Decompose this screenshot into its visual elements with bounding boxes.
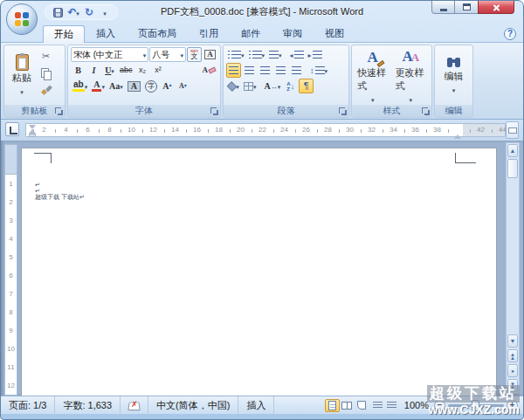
document-line: ↵ <box>35 182 85 188</box>
cut-button[interactable] <box>38 49 53 64</box>
underline-button[interactable]: U <box>102 63 117 78</box>
borders-button[interactable] <box>242 79 259 93</box>
indent-markers[interactable] <box>29 125 36 137</box>
ruler-number: 6 <box>77 124 99 136</box>
editing-group: 编辑 编辑 <box>434 45 473 118</box>
document-area: 123456789101112 ↵↵超级下载 下载站↵ <box>1 141 523 396</box>
dialog-launcher-icon[interactable] <box>338 107 347 115</box>
bold-button[interactable]: B <box>71 63 86 78</box>
close-button[interactable] <box>478 1 514 14</box>
pilcrow-icon <box>304 81 309 91</box>
arrow-down-icon <box>510 338 516 344</box>
sort-button[interactable]: AZ <box>283 79 298 93</box>
change-case-button[interactable]: Aa <box>107 79 125 93</box>
ruler-number: 22 <box>252 124 273 136</box>
line-spacing-button[interactable] <box>308 63 329 78</box>
shrink-font-button[interactable]: A <box>176 79 190 93</box>
asian-layout-button[interactable]: A <box>263 79 283 93</box>
align-left-button[interactable] <box>226 63 241 78</box>
page-indicator[interactable]: 页面: 1/3 <box>1 396 55 414</box>
ribbon-tab[interactable]: 视图 <box>314 24 355 42</box>
scroll-down-button[interactable] <box>507 334 518 348</box>
format-painter-button[interactable] <box>38 82 53 97</box>
align-right-button[interactable] <box>258 63 272 78</box>
text-boundary-mark-topleft <box>34 153 52 163</box>
increase-indent-button[interactable] <box>307 47 324 62</box>
document-text[interactable]: ↵↵超级下载 下载站↵ <box>35 182 85 200</box>
horizontal-ruler[interactable]: 2468101214161820222426283032343638 4244 <box>25 123 506 137</box>
subscript-button[interactable]: x₂ <box>135 63 150 78</box>
grow-font-button[interactable]: A <box>160 79 175 93</box>
quick-styles-button[interactable]: A 快速样式 <box>355 47 391 106</box>
ribbon-tab[interactable]: 页面布局 <box>127 24 188 42</box>
bullets-button[interactable] <box>226 47 246 62</box>
ribbon-tab[interactable]: 邮件 <box>230 24 272 42</box>
ruler-number: 9 <box>5 321 17 340</box>
select-browse-object-button[interactable] <box>507 364 518 377</box>
clear-formatting-button[interactable]: A <box>201 63 218 78</box>
show-hide-marks-button[interactable] <box>299 79 314 93</box>
web-layout-view-button[interactable] <box>355 399 369 412</box>
document-page[interactable]: ↵↵超级下载 下载站↵ <box>21 148 497 396</box>
decrease-indent-button[interactable] <box>288 47 306 62</box>
copy-button[interactable] <box>38 65 53 80</box>
vertical-scrollbar[interactable] <box>506 142 520 394</box>
dialog-launcher-icon[interactable] <box>210 107 218 115</box>
insert-mode-indicator[interactable]: 插入 <box>238 396 274 414</box>
ribbon-tab[interactable]: 引用 <box>188 24 230 42</box>
shading-button[interactable] <box>226 79 241 93</box>
vertical-ruler[interactable]: 123456789101112 <box>4 144 17 396</box>
enclose-characters-button[interactable]: 字 <box>143 79 159 93</box>
right-indent-icon <box>454 120 461 139</box>
dialog-launcher-icon[interactable] <box>54 107 63 115</box>
quick-styles-icon: A <box>368 50 378 65</box>
ribbon-tab[interactable]: 开始 <box>43 25 85 43</box>
scissors-icon <box>42 52 50 61</box>
ruler-number: 42 <box>470 124 492 136</box>
editing-button[interactable]: 编辑 <box>442 47 466 103</box>
left-indent-icon[interactable] <box>29 134 36 137</box>
italic-button[interactable]: I <box>86 63 101 78</box>
dialog-launcher-icon[interactable] <box>421 107 430 115</box>
numbering-button[interactable] <box>247 47 267 62</box>
phonetic-guide-button[interactable]: wén文 <box>187 47 202 62</box>
zoom-level[interactable]: 100% <box>404 400 429 410</box>
minimize-button[interactable] <box>431 1 455 14</box>
watermark-title: 超级下载站 <box>427 385 520 403</box>
maximize-button[interactable] <box>455 1 478 14</box>
distribute-button[interactable] <box>289 63 304 78</box>
tab-stop-selector[interactable] <box>5 122 19 136</box>
font-name-select[interactable]: 宋体 (中文正 <box>71 47 148 62</box>
draft-view-button[interactable] <box>384 399 399 412</box>
proofing-status[interactable] <box>121 396 148 414</box>
change-styles-button[interactable]: AA 更改样式 <box>393 47 430 106</box>
ribbon-tab[interactable]: 审阅 <box>272 24 314 42</box>
right-indent-marker[interactable] <box>454 120 461 135</box>
strikethrough-button[interactable]: abc <box>118 63 134 78</box>
font-color-button[interactable]: A <box>90 79 107 93</box>
multilevel-list-button[interactable] <box>267 47 284 62</box>
character-border-button[interactable]: A <box>203 47 217 62</box>
justify-button[interactable] <box>273 63 288 78</box>
language-indicator[interactable]: 中文(简体，中国) <box>148 396 238 414</box>
ribbon-tab[interactable]: 插入 <box>85 24 127 42</box>
scrollbar-track[interactable] <box>507 179 519 334</box>
scrollbar-thumb[interactable] <box>507 159 518 178</box>
fullscreen-reading-view-button[interactable] <box>340 399 355 412</box>
text-highlight-button[interactable]: ab <box>71 79 89 93</box>
word-count[interactable]: 字数: 1,633 <box>55 396 121 414</box>
scroll-up-button[interactable] <box>507 144 518 157</box>
ruler-toggle-button[interactable] <box>506 121 519 139</box>
character-shading-button[interactable]: A <box>126 79 142 93</box>
quick-styles-label: 快速样式 <box>357 66 389 93</box>
help-button[interactable]: ? <box>504 28 516 40</box>
previous-page-button[interactable] <box>507 349 518 362</box>
paste-button[interactable]: 粘贴 <box>7 47 37 103</box>
print-layout-view-button[interactable] <box>325 399 340 412</box>
align-center-button[interactable] <box>242 63 257 78</box>
outline-view-button[interactable] <box>369 399 384 412</box>
font-size-select[interactable]: 八号 <box>149 47 186 62</box>
office-button[interactable] <box>6 3 38 35</box>
superscript-button[interactable]: x² <box>151 63 166 78</box>
ruler-number: 32 <box>361 124 383 136</box>
